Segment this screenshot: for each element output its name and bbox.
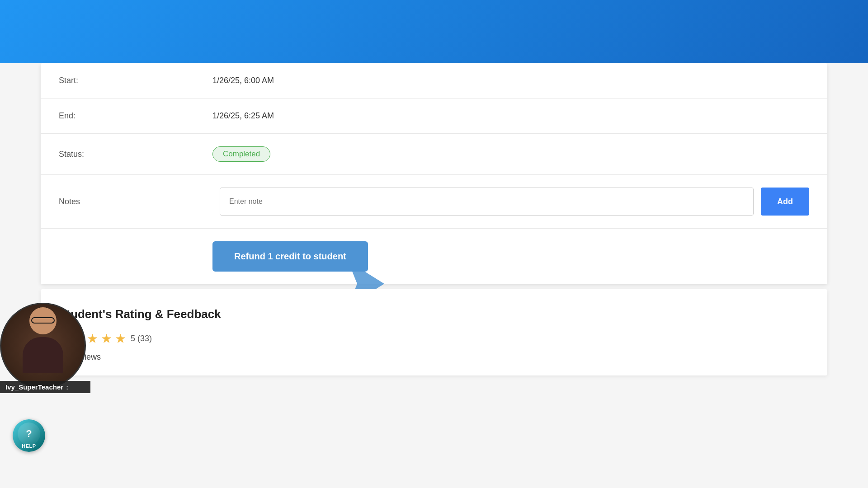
end-row: End: 1/26/25, 6:25 AM xyxy=(41,99,827,134)
start-row: Start: 1/26/25, 6:00 AM xyxy=(41,63,827,99)
refund-button[interactable]: Refund 1 credit to student xyxy=(212,241,368,272)
start-label: Start: xyxy=(59,76,212,85)
webcam-overlay xyxy=(0,303,86,389)
end-label: End: xyxy=(59,111,212,121)
colon-text: : xyxy=(66,383,68,391)
username-text: Ivy_SuperTeacher xyxy=(5,383,63,391)
refund-row: Refund 1 credit to student xyxy=(41,229,827,284)
star-4: ★ xyxy=(101,331,112,346)
glasses xyxy=(31,317,55,324)
star-3: ★ xyxy=(87,331,98,346)
help-button[interactable]: ? HELP xyxy=(13,419,45,452)
note-input[interactable] xyxy=(220,188,754,216)
person-head xyxy=(29,307,57,334)
session-details-card: Start: 1/26/25, 6:00 AM End: 1/26/25, 6:… xyxy=(41,63,827,284)
reviews-label: 33 Reviews xyxy=(59,352,809,362)
start-value: 1/26/25, 6:00 AM xyxy=(212,76,809,85)
end-value: 1/26/25, 6:25 AM xyxy=(212,111,809,121)
person-body xyxy=(23,337,63,373)
status-value: Completed xyxy=(212,146,809,162)
webcam-person xyxy=(16,307,70,384)
status-row: Status: Completed xyxy=(41,134,827,175)
notes-row: Notes Add xyxy=(41,175,827,229)
status-badge: Completed xyxy=(212,146,270,162)
notes-label: Notes xyxy=(59,197,212,206)
header-banner xyxy=(0,0,868,63)
rating-section: Student's Rating & Feedback ★ ★ ★ ★ ★ 5 … xyxy=(41,289,827,375)
username-bar: Ivy_SuperTeacher : xyxy=(0,381,90,393)
help-question-mark: ? xyxy=(26,428,32,440)
status-label: Status: xyxy=(59,150,212,159)
stars-row: ★ ★ ★ ★ ★ 5 (33) xyxy=(59,331,809,346)
star-half: ★ xyxy=(115,331,126,346)
refund-btn-wrapper: Refund 1 credit to student xyxy=(212,241,368,272)
add-button[interactable]: Add xyxy=(761,188,809,216)
webcam-inner xyxy=(1,304,85,387)
rating-title: Student's Rating & Feedback xyxy=(59,307,809,321)
help-icon: ? xyxy=(18,422,40,445)
rating-count: 5 (33) xyxy=(131,334,152,343)
